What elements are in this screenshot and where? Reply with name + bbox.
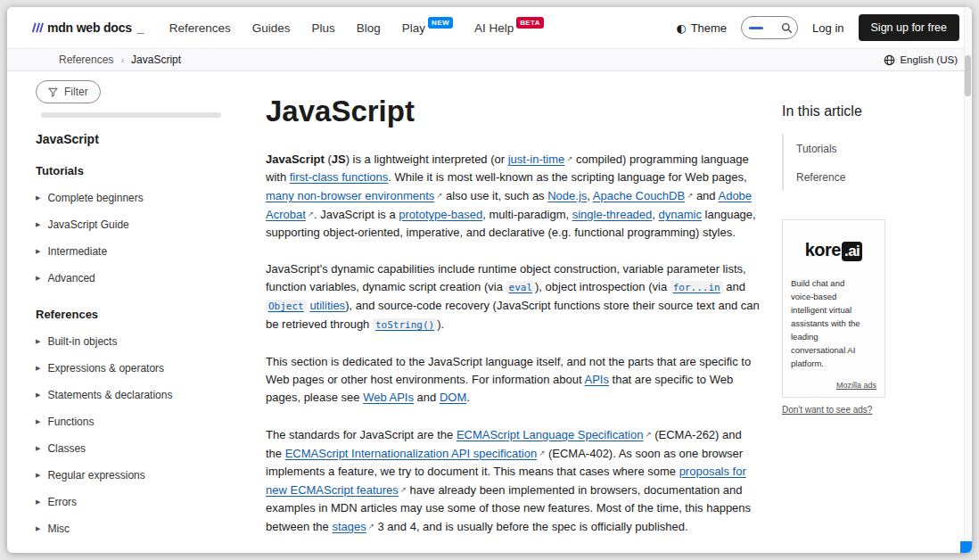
sidebar-item-label: Built-in objects	[47, 335, 117, 348]
sidebar: Filter JavaScript Tutorials ▶ Complete b…	[7, 71, 257, 553]
nav-item-ai-help[interactable]: AI Help BETA	[474, 21, 544, 35]
filter-label: Filter	[64, 86, 88, 98]
disclosure-triangle-icon: ▶	[36, 365, 40, 372]
inline-link[interactable]: just-in-time	[508, 152, 573, 166]
scrollbar-thumb[interactable]	[965, 55, 971, 96]
inline-link[interactable]: ECMAScript Language Specification	[457, 428, 652, 441]
dismiss-ads-link[interactable]: Don't want to see ads?	[782, 405, 872, 415]
kore-ai-logo: kore.ai	[791, 240, 876, 260]
sidebar-item-built-in-objects[interactable]: ▶ Built-in objects	[36, 328, 244, 355]
sidebar-item-label: Regular expressions	[47, 469, 144, 482]
nav-item-label: Play	[402, 21, 425, 35]
breadcrumb-references[interactable]: References	[59, 54, 113, 66]
inline-link[interactable]: single-threaded	[572, 208, 653, 221]
globe-icon	[884, 54, 895, 66]
inline-link[interactable]: proposals for new ECMAScript features	[266, 465, 746, 497]
sidebar-item-complete-beginners[interactable]: ▶ Complete beginners	[36, 185, 244, 211]
disclosure-triangle-icon: ▶	[36, 525, 40, 532]
search-icon[interactable]	[781, 22, 793, 34]
login-link[interactable]: Log in	[812, 21, 843, 35]
browser-page: mdn web docs _ References Guides Plus Bl…	[7, 7, 972, 553]
mozilla-ads-link[interactable]: Mozilla ads	[791, 381, 876, 390]
theme-label: Theme	[691, 21, 727, 35]
sidebar-item-functions[interactable]: ▶ Functions	[36, 408, 244, 435]
inline-link[interactable]: Apache CouchDB	[593, 189, 693, 202]
sidebar-item-expressions-operators[interactable]: ▶ Expressions & operators	[36, 355, 244, 382]
signup-button[interactable]: Sign up for free	[859, 14, 959, 41]
sidebar-list-references: ▶ Built-in objects ▶ Expressions & opera…	[36, 328, 244, 542]
logo-text: mdn web docs	[47, 21, 132, 35]
sidebar-item-advanced[interactable]: ▶ Advanced	[36, 265, 244, 292]
language-label: English (US)	[900, 54, 958, 65]
filter-button[interactable]: Filter	[36, 80, 101, 103]
disclosure-triangle-icon: ▶	[36, 498, 40, 506]
breadcrumb-current[interactable]: JavaScript	[131, 54, 181, 66]
sidebar-item-regular-expressions[interactable]: ▶ Regular expressions	[36, 462, 244, 489]
toc-item-tutorials[interactable]: Tutorials	[796, 143, 837, 155]
nav-item-blog[interactable]: Blog	[357, 21, 381, 35]
sidebar-item-classes[interactable]: ▶ Classes	[36, 435, 244, 462]
nav-item-play[interactable]: Play NEW	[402, 21, 453, 35]
ad-card[interactable]: kore.ai Build chat and voice-based intel…	[782, 219, 885, 398]
ad-body-text: Build chat and voice-based intelligent v…	[791, 276, 862, 370]
sidebar-item-errors[interactable]: ▶ Errors	[36, 489, 244, 515]
inline-code-link[interactable]: eval	[506, 280, 536, 293]
disclosure-triangle-icon: ▶	[36, 221, 40, 228]
disclosure-triangle-icon: ▶	[36, 445, 40, 452]
inline-link[interactable]: DOM	[440, 391, 466, 404]
sidebar-item-label: Statements & declarations	[47, 389, 172, 401]
sidebar-item-label: Errors	[47, 496, 77, 508]
inline-link[interactable]: ECMAScript Internationalization API spec…	[285, 447, 546, 460]
nav-item-guides[interactable]: Guides	[252, 21, 291, 35]
nav-right-group: ◐ Theme Log in Sign up for free	[676, 14, 959, 41]
article-paragraph-2: JavaScript's dynamic capabilities includ…	[266, 260, 761, 334]
inline-link[interactable]: Node.js	[547, 189, 587, 202]
sidebar-item-label: Misc	[47, 523, 70, 535]
breadcrumb: References › JavaScript	[59, 54, 181, 66]
inline-link[interactable]: utilities	[309, 299, 345, 312]
new-badge: NEW	[428, 17, 453, 29]
sidebar-list-tutorials: ▶ Complete beginners ▶ JavaScript Guide …	[36, 185, 244, 292]
vertical-scrollbar[interactable]	[964, 7, 972, 553]
sidebar-item-statements-declarations[interactable]: ▶ Statements & declarations	[36, 382, 244, 408]
inline-code-link[interactable]: toString()	[373, 317, 437, 331]
nav-item-plus[interactable]: Plus	[311, 21, 334, 35]
nav-item-references[interactable]: References	[169, 21, 231, 35]
sidebar-item-intermediate[interactable]: ▶ Intermediate	[36, 238, 244, 265]
language-switcher[interactable]: English (US)	[884, 54, 958, 66]
toc-list: Tutorials Reference	[782, 134, 958, 191]
main-nav: References Guides Plus Blog Play NEW AI …	[169, 21, 544, 35]
scrollbar-corner-button[interactable]	[960, 541, 972, 553]
beta-badge: BETA	[516, 17, 544, 29]
nav-item-label: AI Help	[474, 21, 514, 35]
inline-link[interactable]: stages	[332, 520, 374, 533]
kore-ai-logo-text: kore	[805, 240, 841, 259]
sidebar-item-misc[interactable]: ▶ Misc	[36, 515, 244, 542]
theme-toggle[interactable]: ◐ Theme	[676, 21, 727, 35]
search-box[interactable]	[741, 16, 798, 39]
mdn-logo[interactable]: mdn web docs _	[30, 21, 144, 35]
inline-link[interactable]: dynamic	[659, 208, 702, 221]
toc-item-reference[interactable]: Reference	[796, 171, 845, 184]
inline-link[interactable]: many non-browser environments	[266, 189, 442, 202]
inline-link[interactable]: first-class functions	[290, 170, 389, 184]
sidebar-item-javascript-guide[interactable]: ▶ JavaScript Guide	[36, 211, 244, 238]
filter-icon	[48, 87, 58, 97]
inline-link[interactable]: Web APIs	[363, 391, 414, 404]
sidebar-item-label: Intermediate	[47, 245, 107, 258]
inline-link[interactable]: APIs	[584, 373, 608, 386]
sidebar-item-label: Complete beginners	[47, 192, 143, 204]
toc-list-item: Reference	[796, 162, 958, 191]
kore-ai-logo-chip: .ai	[842, 242, 862, 261]
mdn-logo-icon	[30, 21, 44, 34]
theme-icon: ◐	[676, 21, 686, 35]
page-title: JavaScript	[266, 95, 761, 128]
sidebar-item-label: Functions	[47, 416, 94, 428]
inline-code-link[interactable]: for...in	[670, 280, 723, 293]
sidebar-horizontal-scrollbar[interactable]	[41, 112, 221, 118]
disclosure-triangle-icon: ▶	[36, 194, 40, 202]
sidebar-item-label: Classes	[47, 442, 86, 455]
inline-code-link[interactable]: Object	[266, 299, 307, 312]
inline-link[interactable]: prototype-based	[399, 208, 482, 221]
search-input[interactable]	[768, 21, 777, 34]
